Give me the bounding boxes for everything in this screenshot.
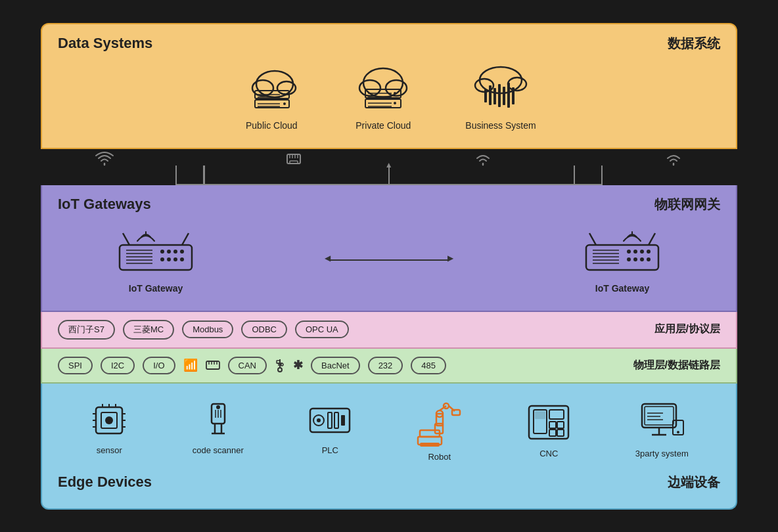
gateway-right-label: IoT Gateway: [595, 283, 649, 294]
protocol-modbus: Modbus: [182, 321, 233, 338]
svg-point-17: [394, 102, 396, 104]
svg-point-48: [173, 250, 177, 254]
svg-line-40: [182, 233, 189, 245]
svg-rect-123: [557, 430, 564, 436]
private-cloud-item: Private Cloud: [354, 66, 413, 131]
svg-point-49: [180, 250, 184, 254]
data-systems-layer: Data Systems 数据系统: [41, 23, 737, 149]
usb-icon-physical: [275, 358, 285, 372]
svg-rect-118: [535, 411, 545, 419]
svg-point-51: [167, 257, 171, 261]
svg-rect-29: [503, 87, 505, 105]
ethernet-top-icon: [285, 152, 302, 166]
svg-rect-25: [484, 89, 487, 102]
svg-point-129: [677, 431, 679, 433]
ethernet-icon-physical: [206, 359, 220, 371]
protocol-odbc: ODBC: [241, 321, 287, 338]
proto-spi: SPI: [58, 357, 93, 374]
svg-rect-28: [498, 84, 501, 107]
proto-485: 485: [411, 357, 446, 374]
svg-point-62: [627, 250, 631, 254]
svg-rect-105: [341, 415, 345, 426]
svg-rect-37: [290, 161, 298, 164]
svg-point-53: [180, 257, 184, 261]
top-connection-zone: ▼ ▲ ▼: [41, 149, 737, 185]
proto-io: I/O: [143, 357, 175, 374]
svg-point-64: [640, 250, 644, 254]
svg-point-79: [278, 368, 282, 372]
svg-point-99: [216, 405, 220, 409]
robot-item: Robot: [417, 401, 463, 462]
public-cloud-icon: [242, 66, 301, 115]
svg-line-56: [649, 233, 655, 245]
code-scanner-icon: [198, 401, 238, 440]
svg-rect-125: [645, 407, 674, 425]
svg-rect-113: [452, 410, 460, 415]
plc-label: PLC: [322, 445, 338, 455]
svg-point-69: [647, 257, 651, 261]
public-cloud-item: Public Cloud: [242, 66, 301, 131]
gateway-right-icon: [580, 227, 665, 279]
edge-devices-layer: sensor code scanner: [41, 384, 737, 510]
data-systems-title-zh: 数据系统: [668, 35, 720, 53]
svg-rect-122: [549, 430, 556, 436]
3party-system-item: 3party system: [635, 401, 689, 458]
svg-rect-30: [507, 83, 510, 108]
svg-rect-77: [277, 361, 280, 363]
svg-point-0: [256, 71, 293, 97]
iot-gateways-title-en: IoT Gateways: [58, 196, 151, 213]
code-scanner-item: code scanner: [193, 401, 244, 455]
svg-point-63: [633, 250, 637, 254]
wifi-icon-physical: 📶: [183, 358, 198, 372]
sensor-label: sensor: [97, 445, 122, 455]
physical-items: SPI I2C I/O 📶 CAN: [58, 357, 446, 374]
svg-rect-121: [557, 422, 564, 428]
svg-rect-27: [493, 88, 496, 104]
proto-i2c: I2C: [101, 357, 135, 374]
svg-rect-124: [642, 404, 676, 428]
svg-point-67: [633, 257, 637, 261]
svg-line-55: [589, 233, 596, 245]
gateway-left: IoT Gateway: [113, 227, 198, 294]
3party-system-label: 3party system: [635, 449, 689, 458]
gateway-right: IoT Gateway: [580, 227, 665, 294]
svg-rect-26: [489, 85, 492, 105]
private-cloud-label: Private Cloud: [355, 120, 411, 131]
wifi-icon-left: [95, 152, 114, 166]
svg-rect-104: [334, 412, 338, 428]
svg-rect-119: [549, 410, 564, 419]
wifi-icon-right2: [664, 152, 683, 166]
svg-rect-38: [120, 245, 192, 270]
protocol-opcua: OPC UA: [295, 321, 349, 338]
code-scanner-label: code scanner: [193, 445, 244, 455]
wifi-icon-right1: [473, 152, 493, 166]
edge-devices-title-zh: 边端设备: [668, 474, 720, 491]
iot-gateways-layer: IoT Gateways 物联网网关: [41, 185, 737, 312]
physical-layer-label: 物理层/数据链路层: [633, 359, 720, 372]
application-protocol-layer: 西门子S7 三菱MC Modbus ODBC OPC UA 应用层/协议层: [41, 312, 737, 349]
cnc-item: CNC: [526, 401, 572, 458]
svg-rect-120: [549, 422, 556, 428]
proto-bacnet: BacNet: [311, 357, 360, 374]
physical-layer: SPI I2C I/O 📶 CAN: [41, 349, 737, 384]
svg-point-6: [283, 102, 286, 105]
svg-point-65: [647, 250, 651, 254]
svg-point-52: [173, 257, 177, 261]
public-cloud-label: Public Cloud: [246, 120, 298, 131]
cnc-icon: [526, 401, 572, 443]
data-systems-title-en: Data Systems: [58, 35, 152, 52]
svg-point-5: [283, 93, 286, 96]
svg-point-91: [105, 416, 113, 424]
svg-point-102: [317, 418, 321, 422]
sensor-item: sensor: [89, 401, 129, 455]
svg-point-50: [160, 257, 164, 261]
svg-rect-31: [512, 87, 515, 104]
sensor-icon: [89, 401, 129, 440]
robot-label: Robot: [428, 452, 451, 462]
svg-point-68: [640, 257, 644, 261]
business-system-item: Business System: [465, 66, 536, 131]
gateway-left-label: IoT Gateway: [129, 283, 183, 294]
svg-rect-54: [586, 245, 658, 270]
svg-line-39: [123, 233, 129, 245]
edge-devices-title-en: Edge Devices: [58, 474, 152, 491]
